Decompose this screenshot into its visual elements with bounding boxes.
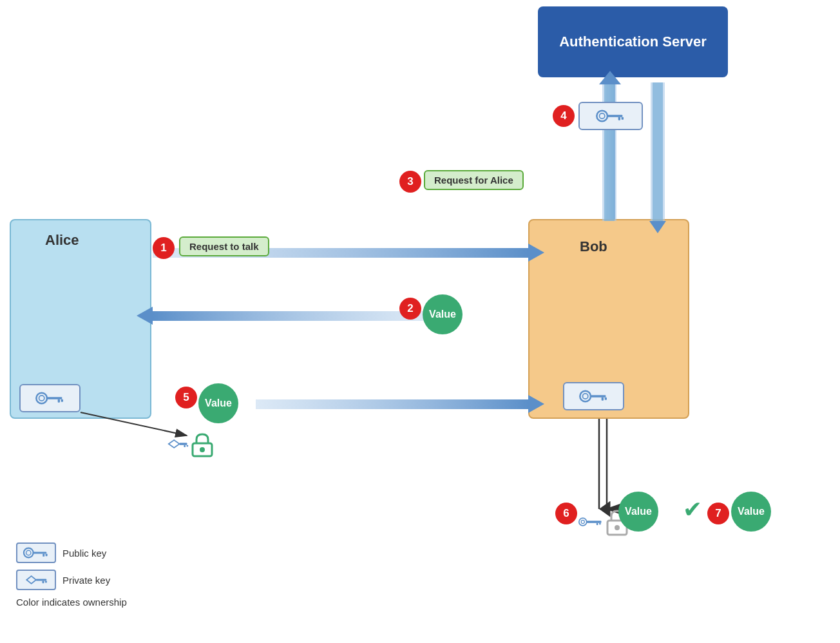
alice-label: Alice bbox=[45, 232, 79, 249]
svg-point-24 bbox=[36, 393, 47, 404]
value-circle-6: Value bbox=[618, 492, 658, 532]
step-2-badge: 2 bbox=[399, 298, 421, 320]
svg-rect-23 bbox=[622, 117, 624, 120]
svg-rect-47 bbox=[597, 523, 598, 525]
step-1-badge: 1 bbox=[153, 237, 175, 259]
svg-point-44 bbox=[579, 518, 587, 526]
alice-key-lock-group bbox=[164, 430, 216, 457]
bob-key-icon bbox=[578, 387, 610, 405]
legend-public-key-icon-box bbox=[16, 542, 56, 563]
value-circle-2: Value bbox=[423, 294, 463, 334]
step-3-badge: 3 bbox=[399, 171, 421, 193]
svg-rect-41 bbox=[591, 395, 606, 397]
legend-public-key: Public key bbox=[16, 542, 127, 563]
svg-rect-43 bbox=[604, 398, 606, 400]
bob-key-small bbox=[578, 515, 603, 529]
legend-private-key-icon-box bbox=[16, 570, 56, 590]
step-7-badge: 7 bbox=[707, 503, 729, 524]
lock-icon bbox=[189, 430, 216, 457]
svg-point-50 bbox=[615, 525, 620, 530]
color-ownership-note: Color indicates ownership bbox=[16, 597, 127, 608]
step-4-badge: 4 bbox=[553, 105, 575, 127]
public-key-label: Public key bbox=[62, 548, 106, 559]
svg-point-39 bbox=[580, 391, 591, 402]
request-for-alice-box: Request for Alice bbox=[424, 170, 524, 190]
legend-private-key-icon bbox=[22, 573, 50, 587]
alice-key-box bbox=[19, 384, 81, 412]
svg-rect-54 bbox=[43, 553, 44, 556]
legend-private-key: Private key bbox=[16, 570, 127, 590]
svg-point-52 bbox=[26, 550, 31, 555]
step-5-badge: 5 bbox=[175, 387, 197, 408]
checkmark-icon: ✔ bbox=[683, 496, 702, 523]
svg-rect-42 bbox=[601, 398, 603, 401]
svg-marker-16 bbox=[256, 399, 528, 409]
private-key-label: Private key bbox=[62, 575, 110, 586]
private-key-small bbox=[164, 437, 189, 451]
auth-server-label: Authentication Server bbox=[559, 33, 707, 52]
svg-marker-56 bbox=[26, 576, 36, 584]
bob-key-box bbox=[563, 382, 624, 410]
svg-rect-59 bbox=[45, 581, 47, 582]
svg-rect-48 bbox=[599, 523, 601, 525]
svg-point-19 bbox=[597, 111, 607, 122]
svg-rect-34 bbox=[180, 443, 187, 445]
svg-point-20 bbox=[600, 113, 605, 119]
svg-rect-27 bbox=[57, 399, 59, 403]
svg-rect-13 bbox=[651, 82, 665, 221]
svg-point-45 bbox=[581, 520, 584, 523]
svg-rect-26 bbox=[47, 397, 62, 399]
step-4-key-icon bbox=[595, 107, 627, 125]
svg-point-40 bbox=[582, 394, 587, 399]
svg-rect-57 bbox=[36, 579, 46, 581]
svg-rect-22 bbox=[618, 117, 620, 120]
svg-rect-55 bbox=[46, 553, 48, 556]
svg-rect-21 bbox=[607, 115, 622, 117]
svg-rect-53 bbox=[33, 552, 47, 554]
auth-server-box: Authentication Server bbox=[538, 6, 728, 77]
svg-point-25 bbox=[39, 396, 44, 401]
svg-marker-33 bbox=[169, 440, 180, 448]
svg-rect-36 bbox=[187, 445, 189, 447]
svg-rect-14 bbox=[653, 82, 663, 221]
svg-marker-7 bbox=[153, 311, 425, 321]
svg-rect-46 bbox=[587, 521, 602, 523]
svg-rect-35 bbox=[184, 445, 186, 447]
svg-point-51 bbox=[24, 548, 33, 558]
bob-label: Bob bbox=[580, 238, 607, 255]
value-circle-7: Value bbox=[731, 492, 771, 532]
step-4-key-box bbox=[578, 102, 643, 130]
alice-public-key-icon bbox=[34, 389, 66, 407]
legend: Public key Private key Color indicates o… bbox=[16, 542, 127, 608]
svg-rect-58 bbox=[43, 581, 44, 583]
value-circle-5: Value bbox=[198, 383, 238, 423]
step-6-badge: 6 bbox=[555, 503, 577, 524]
svg-point-38 bbox=[200, 447, 205, 452]
svg-rect-28 bbox=[61, 399, 62, 402]
request-to-talk-box: Request to talk bbox=[179, 236, 269, 256]
legend-public-key-icon bbox=[22, 546, 50, 560]
